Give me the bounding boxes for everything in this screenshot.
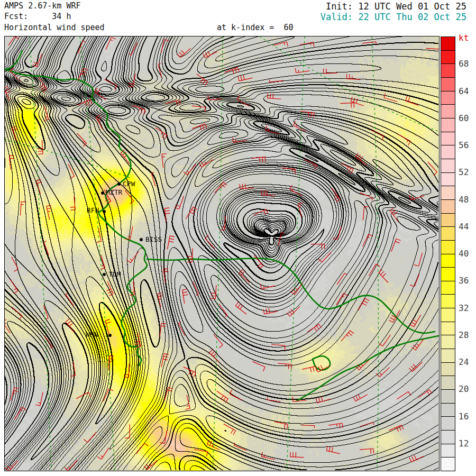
colorbar-cell (441, 457, 455, 471)
colorbar-cell (441, 281, 455, 295)
colorbar-tick-label: 16 (459, 411, 469, 422)
colorbar-cell (441, 64, 455, 78)
colorbar-cell (441, 322, 455, 336)
colorbar-tick-label: 20 (459, 384, 469, 394)
colorbar-tick-label: 60 (459, 113, 469, 123)
colorbar-cell (441, 308, 455, 322)
station-label: MZTR (106, 189, 122, 196)
colorbar-cell (441, 417, 455, 431)
station-label: RFN (87, 207, 99, 214)
colorbar-cell (441, 132, 455, 146)
colorbar-tick-label: 24 (459, 357, 469, 367)
colorbar-cell (441, 159, 455, 173)
colorbar-tick-label: 56 (459, 140, 469, 150)
colorbar-cell (441, 254, 455, 268)
colorbar-cell (441, 335, 455, 349)
colorbar-cell (441, 404, 455, 417)
station-label: BISS (145, 236, 162, 243)
station-label: CPW (123, 180, 135, 187)
colorbar-cell (441, 227, 455, 241)
colorbar-cell (441, 268, 455, 281)
station-label: TDM (108, 271, 121, 278)
station-marker (140, 238, 143, 241)
weather-map-canvas (5, 36, 439, 471)
map-frame: CPWMZTRRFNBISSTDMWHN (4, 36, 440, 471)
colorbar-cell (441, 363, 455, 377)
station-label: WHN (86, 331, 98, 338)
colorbar-cell (441, 444, 455, 458)
product-title: Horizontal wind speed (4, 23, 105, 32)
valid-time: Valid: 22 UTC Thu 02 Oct 25 (321, 12, 466, 22)
station-marker (108, 334, 112, 337)
colorbar-tick-label: 32 (459, 303, 469, 313)
colorbar-cell (441, 145, 455, 159)
level-label: at k-index = 60 (217, 23, 294, 32)
station-marker (103, 210, 106, 213)
colorbar-cell (441, 173, 455, 187)
colorbar-cell (441, 37, 455, 51)
colorbar-tick-label: 12 (459, 438, 469, 448)
colorbar-tick-label: 44 (459, 222, 469, 232)
amps-forecast-page: AMPS 2.67-km WRF Fcst: 34 h Horizontal w… (0, 0, 476, 476)
colorbar-tick-label: 68 (459, 59, 469, 69)
station-marker (103, 273, 106, 276)
model-title: AMPS 2.67-km WRF (4, 1, 81, 11)
colorbar-cell (441, 241, 455, 254)
colorbar-tick-label: 36 (459, 276, 469, 286)
colorbar (441, 36, 455, 471)
colorbar-cell (441, 214, 455, 227)
colorbar-tick-label: 40 (459, 249, 469, 259)
colorbar-cell (441, 200, 455, 214)
colorbar-cell (441, 349, 455, 363)
forecast-hour: Fcst: 34 h (4, 12, 71, 21)
colorbar-tick-label: 64 (459, 86, 469, 96)
colorbar-cell (441, 105, 455, 118)
colorbar-cell (441, 376, 455, 390)
colorbar-cell (441, 51, 455, 65)
colorbar-cell (441, 431, 455, 444)
colorbar-cell (441, 295, 455, 308)
colorbar-cell (441, 186, 455, 200)
colorbar-tick-label: 48 (459, 195, 469, 205)
station-marker (117, 182, 121, 186)
init-time: Init: 12 UTC Wed 01 Oct 25 (326, 1, 466, 12)
colorbar-tick-labels: 686460565248444036322824201612 (459, 36, 475, 470)
colorbar-cell (441, 91, 455, 105)
colorbar-cell (441, 78, 455, 91)
colorbar-tick-label: 52 (459, 167, 469, 177)
station-marker (101, 191, 104, 195)
colorbar-tick-label: 28 (459, 330, 469, 340)
colorbar-cell (441, 118, 455, 132)
colorbar-cell (441, 390, 455, 404)
